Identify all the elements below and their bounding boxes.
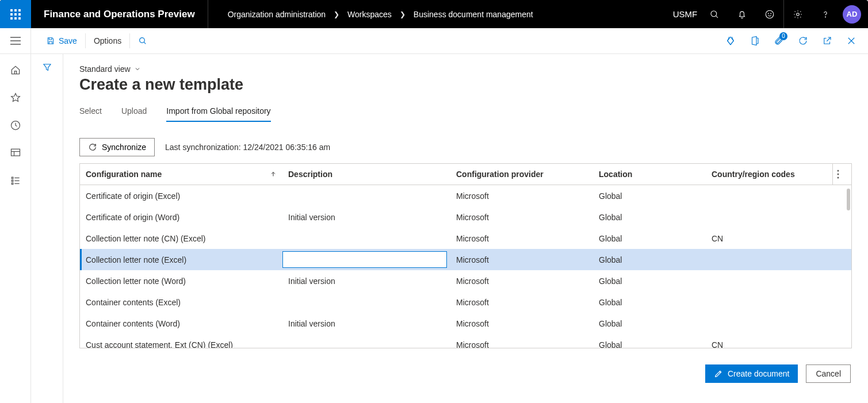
table-row[interactable]: Collection letter note (Word)Initial ver… — [80, 270, 851, 291]
cancel-button[interactable]: Cancel — [806, 364, 851, 383]
popout-button[interactable] — [816, 28, 838, 54]
filter-column — [31, 54, 63, 403]
col-description[interactable]: Description — [282, 164, 450, 185]
svg-point-10 — [140, 38, 145, 43]
user-avatar[interactable]: AD — [843, 5, 861, 24]
svg-point-0 — [711, 11, 717, 17]
chevron-right-icon: ❯ — [334, 10, 339, 18]
nav-recent[interactable] — [10, 120, 21, 131]
nav-modules[interactable] — [10, 175, 21, 186]
content: Standard view Create a new template Sele… — [63, 54, 868, 403]
chevron-down-icon — [134, 66, 141, 72]
col-config-name[interactable]: Configuration name — [80, 164, 282, 185]
separator — [85, 33, 86, 48]
app-title: Finance and Operations Preview — [31, 0, 208, 28]
refresh-icon — [798, 36, 808, 46]
tab-select[interactable]: Select — [79, 106, 102, 122]
save-label: Save — [59, 36, 77, 45]
tab-upload[interactable]: Upload — [121, 106, 147, 122]
breadcrumb-item[interactable]: Workspaces — [347, 10, 392, 19]
legal-entity-picker[interactable]: USMF — [673, 0, 701, 28]
filter-icon[interactable] — [42, 62, 52, 72]
left-nav-rail — [0, 54, 31, 403]
nav-workspaces[interactable] — [10, 147, 21, 159]
action-bar-row: Save Options 0 — [0, 28, 868, 54]
table-row[interactable]: Collection letter note (CN) (Excel)Micro… — [80, 228, 851, 249]
tab-import[interactable]: Import from Global repository — [166, 106, 270, 122]
hamburger-icon — [10, 37, 21, 45]
help-button[interactable] — [812, 0, 839, 28]
nav-favorites[interactable] — [10, 92, 21, 103]
close-icon — [846, 36, 856, 46]
table-row[interactable]: Container contents (Excel)MicrosoftGloba… — [80, 291, 851, 313]
home-icon — [10, 64, 21, 76]
app-launcher-button[interactable] — [0, 0, 31, 28]
footer-buttons: Create document Cancel — [79, 364, 852, 393]
scrollbar-thumb[interactable] — [847, 189, 850, 210]
search-icon — [138, 36, 147, 45]
nav-collapse-button[interactable] — [0, 28, 31, 53]
action-bar-right: 0 — [720, 28, 868, 54]
notifications-button[interactable] — [728, 0, 756, 28]
table-row[interactable]: Certificate of origin (Excel)MicrosoftGl… — [80, 185, 851, 206]
attachments-badge: 0 — [779, 32, 787, 40]
options-label: Options — [94, 36, 121, 45]
pencil-icon — [714, 369, 723, 378]
bell-icon — [737, 9, 747, 20]
description-cell-input[interactable] — [282, 251, 447, 268]
topbar-right: USMF AD — [673, 0, 868, 28]
modules-icon — [10, 175, 21, 186]
column-options-button[interactable] — [832, 164, 843, 185]
svg-line-11 — [144, 42, 146, 44]
diamond-button[interactable] — [720, 28, 741, 54]
svg-rect-15 — [11, 149, 20, 156]
star-icon — [10, 92, 21, 103]
smiley-icon — [764, 9, 775, 20]
save-button[interactable]: Save — [39, 28, 84, 53]
feedback-button[interactable] — [756, 0, 783, 28]
tabs: Select Upload Import from Global reposit… — [79, 106, 852, 122]
view-label: Standard view — [79, 64, 131, 74]
action-bar: Save Options 0 — [31, 28, 868, 54]
breadcrumb-item[interactable]: Business document management — [414, 10, 533, 19]
page-title: Create a new template — [79, 76, 852, 94]
search-button[interactable] — [701, 0, 728, 28]
svg-point-3 — [768, 13, 768, 14]
help-icon — [820, 9, 831, 20]
sort-asc-icon — [270, 171, 277, 178]
office-button[interactable] — [744, 28, 766, 54]
table-row[interactable]: Container contents (Word)Initial version… — [80, 313, 851, 334]
svg-point-5 — [797, 13, 800, 16]
svg-point-24 — [837, 170, 839, 172]
view-selector[interactable]: Standard view — [79, 64, 852, 74]
synchronize-button[interactable]: Synchronize — [79, 138, 155, 156]
breadcrumb: Organization administration ❯ Workspaces… — [208, 10, 533, 19]
diamond-icon — [725, 36, 736, 46]
page-search-button[interactable] — [131, 28, 154, 53]
config-table: Configuration name Description Configura… — [79, 163, 852, 348]
breadcrumb-item[interactable]: Organization administration — [228, 10, 326, 19]
table-row[interactable]: Certificate of origin (Word)Initial vers… — [80, 206, 851, 228]
refresh-button[interactable] — [792, 28, 814, 54]
svg-point-6 — [825, 17, 826, 17]
create-document-label: Create document — [728, 369, 789, 378]
refresh-icon — [88, 143, 97, 152]
attachments-button[interactable]: 0 — [768, 28, 790, 54]
col-provider[interactable]: Configuration provider — [450, 164, 593, 185]
col-location[interactable]: Location — [593, 164, 706, 185]
kebab-icon — [837, 170, 839, 179]
search-icon — [709, 9, 720, 20]
main: Standard view Create a new template Sele… — [0, 54, 868, 403]
workspace-icon — [10, 147, 21, 159]
settings-button[interactable] — [784, 0, 812, 28]
options-button[interactable]: Options — [87, 28, 128, 53]
popout-icon — [822, 36, 832, 46]
nav-home[interactable] — [10, 64, 21, 76]
svg-point-4 — [771, 13, 771, 14]
clock-icon — [10, 120, 21, 131]
table-row[interactable]: Cust account statement, Ext (CN) (Excel)… — [80, 334, 851, 348]
close-button[interactable] — [840, 28, 862, 54]
table-row[interactable]: Collection letter note (Excel)MicrosoftG… — [80, 249, 851, 270]
col-codes[interactable]: Country/region codes — [706, 164, 832, 185]
create-document-button[interactable]: Create document — [705, 364, 798, 383]
